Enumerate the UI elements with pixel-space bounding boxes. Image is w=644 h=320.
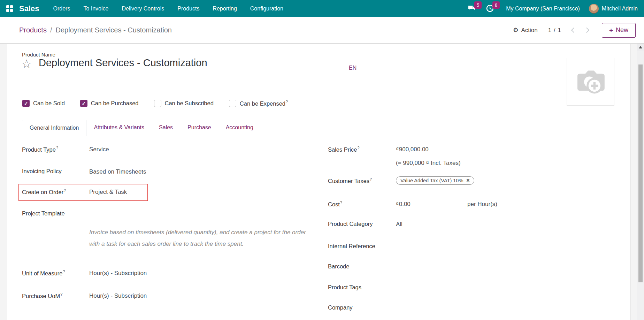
field-label-invoicing-policy: Invoicing Policy [22,168,62,175]
scroll-up-arrow[interactable] [637,44,644,51]
pager-previous-icon[interactable] [571,28,577,33]
tab-sales[interactable]: Sales [152,120,180,136]
field-label-purchase-uom: Purchase UoM? [22,292,62,299]
label-text: Purchase UoM [22,293,60,299]
nav-menu-products[interactable]: Products [177,6,199,12]
breadcrumb: Products / Deployment Services - Customi… [19,26,172,34]
gear-icon: ⚙ [513,26,518,34]
vertical-scrollbar[interactable] [637,44,644,320]
checkbox-label-text: Can be Expensed [240,100,285,107]
grid-square [10,9,13,12]
field-label-barcode: Barcode [328,263,349,270]
field-value-unit-of-measure[interactable]: Hour(s) - Subscription [89,270,147,277]
record-pager: 1 / 1 [548,27,561,34]
help-marker: ? [357,146,359,150]
app-name[interactable]: Sales [19,4,39,13]
apps-menu-icon[interactable] [6,5,13,12]
checkbox-can-be-sold[interactable]: ✓ Can be Sold [22,100,65,107]
pager-next-icon[interactable] [584,28,590,33]
camera-plus-icon [575,69,607,95]
field-label-create-on-order: Create on Order? [22,188,66,196]
field-value-create-on-order[interactable]: Project & Task [89,189,127,196]
label-text: Customer Taxes [328,178,369,184]
field-value-sales-price[interactable]: ₫900,000.00 [396,146,429,153]
field-label-project-template: Project Template [22,210,65,217]
field-label-company: Company [328,304,353,311]
grid-square [6,5,9,8]
nav-menu-reporting[interactable]: Reporting [213,6,237,12]
tab-general-information[interactable]: General Information [22,120,86,136]
activities-count-badge: 8 [492,1,500,9]
notebook-tabs: General Information Attributes & Variant… [7,120,630,136]
action-menu-button[interactable]: ⚙ Action [513,26,538,34]
field-label-product-category: Product Category [328,221,373,227]
messages-button[interactable]: 5 [468,4,477,13]
tab-purchase[interactable]: Purchase [180,120,219,136]
checkbox-unchecked-icon[interactable] [229,100,236,107]
field-label-internal-reference: Internal Reference [328,243,375,250]
product-name-label: Product Name [22,52,55,58]
tab-accounting[interactable]: Accounting [219,120,261,136]
help-marker: ? [56,146,58,150]
product-title[interactable]: Deployment Services - Customization [39,57,207,69]
checkbox-checked-icon[interactable]: ✓ [22,100,30,107]
cost-uom-suffix: per Hour(s) [467,201,497,208]
remove-tag-icon[interactable]: × [466,178,469,183]
customer-tax-tag[interactable]: Value Added Tax (VAT) 10% × [396,176,474,185]
company-switcher[interactable]: My Company (San Francisco) [506,6,580,12]
field-value-product-category[interactable]: All [396,221,402,228]
top-nav-bar: Sales Orders To Invoice Delivery Control… [0,0,644,17]
field-label-customer-taxes: Customer Taxes? [328,177,372,184]
checkbox-can-be-expensed[interactable]: Can be Expensed? [229,100,288,107]
nav-menu: Orders To Invoice Delivery Controls Prod… [53,6,283,12]
field-value-product-type[interactable]: Service [89,146,109,153]
help-marker: ? [64,188,66,192]
label-text: Product Type [22,146,56,153]
form-sheet: Product Name ☆ Deployment Services - Cus… [7,44,631,320]
tax-tag-label: Value Added Tax (VAT) 10% [400,178,463,183]
favorite-star-icon[interactable]: ☆ [21,58,32,70]
help-marker: ? [63,269,65,274]
capability-checkboxes: ✓ Can be Sold ✓ Can be Purchased Can be … [22,100,288,107]
checkbox-unchecked-icon[interactable] [154,100,161,107]
breadcrumb-products-link[interactable]: Products [19,26,47,34]
scrollbar-thumb[interactable] [638,64,643,282]
checkbox-checked-icon[interactable]: ✓ [80,100,87,107]
checkbox-label: Can be Subscribed [165,100,214,107]
grid-square [10,5,13,8]
checkbox-label: Can be Sold [33,100,65,107]
user-menu[interactable]: Mitchell Admin [589,4,638,14]
field-label-unit-of-measure: Unit of Measure? [22,269,65,277]
user-name: Mitchell Admin [602,6,638,12]
field-value-invoicing-policy[interactable]: Based on Timesheets [89,168,146,175]
user-avatar [589,4,599,14]
field-label-sales-price: Sales Price? [328,146,360,153]
checkbox-can-be-subscribed[interactable]: Can be Subscribed [154,100,214,107]
nav-menu-configuration[interactable]: Configuration [250,6,283,12]
control-panel-right: ⚙ Action 1 / 1 + New [513,23,636,38]
sales-price-incl-taxes: (= 990,000 ₫ Incl. Taxes) [396,160,461,167]
help-marker: ? [370,177,372,181]
tab-attributes-variants[interactable]: Attributes & Variants [86,120,152,136]
nav-menu-to-invoice[interactable]: To Invoice [83,6,108,12]
field-label-product-tags: Product Tags [328,284,361,291]
translation-language-badge[interactable]: EN [349,65,356,71]
label-text: Unit of Measure [22,270,62,276]
field-value-purchase-uom[interactable]: Hour(s) - Subscription [89,292,147,299]
nav-menu-orders[interactable]: Orders [53,6,70,12]
content-area: Product Name ☆ Deployment Services - Cus… [0,44,644,320]
field-label-product-type: Product Type? [22,146,58,153]
help-marker: ? [340,200,342,205]
messages-count-badge: 5 [474,1,482,9]
new-button-label: New [616,26,628,34]
breadcrumb-current: Deployment Services - Customization [56,26,172,34]
grid-square [6,9,9,12]
plus-icon: + [609,26,613,34]
product-image-placeholder[interactable] [567,58,614,106]
new-record-button[interactable]: + New [602,23,636,38]
activities-button[interactable]: 8 [486,4,495,13]
label-text: Create on Order [22,189,63,195]
nav-menu-delivery-controls[interactable]: Delivery Controls [122,6,164,12]
checkbox-can-be-purchased[interactable]: ✓ Can be Purchased [80,100,139,107]
field-value-cost[interactable]: ₫0.00 [396,201,411,208]
